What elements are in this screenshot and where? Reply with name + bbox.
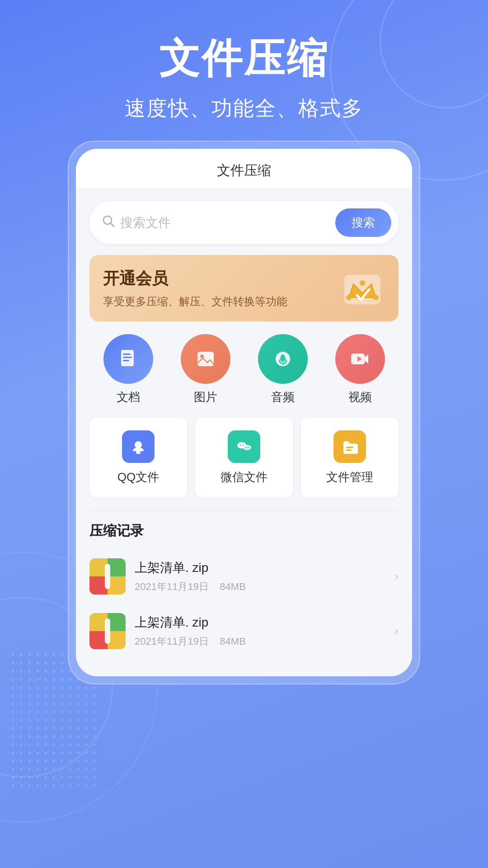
record-name-2: 上架清单. zip [135,614,394,631]
app-header-title: 文件压缩 [217,163,271,178]
search-placeholder-text: 搜索文件 [120,214,335,231]
category-icon-audio [258,334,308,384]
svg-point-4 [346,295,352,300]
svg-point-5 [373,295,379,300]
record-size-1: 84MB [220,581,245,592]
category-item-img[interactable]: 图片 [181,334,230,405]
record-size-2: 84MB [220,636,245,647]
page-header: 文件压缩 速度快、功能全、格式多 [0,0,488,141]
zip-icon-1 [89,558,126,594]
svg-line-1 [111,223,114,226]
phone-mockup: 文件压缩 搜索文件 搜索 开通会员 享受更多压缩、解压、文件转换等功能 [68,141,420,684]
svg-point-24 [243,445,251,450]
svg-rect-16 [281,354,285,361]
svg-rect-12 [197,352,214,366]
svg-rect-30 [346,449,352,451]
search-bar[interactable]: 搜索文件 搜索 [89,201,399,244]
svg-rect-11 [130,353,133,355]
app-content: 搜索文件 搜索 开通会员 享受更多压缩、解压、文件转换等功能 [76,189,412,676]
page-subtitle: 速度快、功能全、格式多 [0,94,488,123]
record-date-1: 2021年11月19日 [135,581,209,592]
record-date-2: 2021年11月19日 [135,636,209,647]
category-icon-video [335,334,385,384]
category-item-video[interactable]: 视频 [335,334,385,405]
phone-inner: 文件压缩 搜索文件 搜索 开通会员 享受更多压缩、解压、文件转换等功能 [76,149,412,676]
record-arrow-2: › [394,624,399,638]
records-title: 压缩记录 [89,522,399,540]
zip-zipper [105,618,110,644]
record-arrow-1: › [394,569,399,584]
record-info-2: 上架清单. zip 2021年11月19日 84MB [135,614,394,648]
quick-item-qq[interactable]: QQ文件 [89,418,187,498]
quick-item-files[interactable]: 文件管理 [301,418,399,498]
quick-access-row: QQ文件 微信文件 [89,418,399,498]
category-icon-img [181,334,230,384]
quick-icon-qq [122,430,155,463]
record-meta-2: 2021年11月19日 84MB [135,635,394,648]
svg-point-21 [135,441,142,448]
category-label-video: 视频 [348,389,372,405]
search-icon [102,215,115,231]
quick-item-wechat[interactable]: 微信文件 [195,418,293,498]
svg-point-26 [243,445,244,446]
category-item-audio[interactable]: 音频 [258,334,308,405]
page-title: 文件压缩 [0,36,488,81]
svg-point-6 [360,280,365,286]
zip-zipper [105,564,110,589]
record-info-1: 上架清单. zip 2021年11月19日 84MB [135,559,394,594]
record-meta-1: 2021年11月19日 84MB [135,580,394,594]
svg-point-25 [240,445,241,446]
quick-icon-files [333,430,366,463]
category-row: 文档 图片 [89,334,399,405]
quick-label-files: 文件管理 [326,469,373,485]
svg-point-13 [200,354,204,358]
category-icon-doc [103,334,153,384]
svg-point-27 [245,447,247,448]
record-item[interactable]: 上架清单. zip 2021年11月19日 84MB › [89,549,399,604]
category-label-doc: 文档 [117,389,140,405]
section-divider [89,510,399,511]
svg-rect-10 [123,360,129,361]
quick-label-qq: QQ文件 [117,469,159,485]
svg-marker-19 [365,354,368,363]
category-item-doc[interactable]: 文档 [103,334,153,405]
app-header-bar: 文件压缩 [76,149,412,189]
svg-rect-29 [346,447,353,448]
svg-rect-22 [136,451,141,454]
search-button[interactable]: 搜索 [335,208,391,237]
vip-crown-icon [340,266,385,311]
svg-rect-9 [123,357,132,358]
svg-point-28 [248,447,249,448]
record-name-1: 上架清单. zip [135,559,394,576]
category-label-audio: 音频 [271,389,295,405]
vip-banner[interactable]: 开通会员 享受更多压缩、解压、文件转换等功能 [89,255,399,321]
category-label-img: 图片 [194,389,217,405]
record-item[interactable]: 上架清单. zip 2021年11月19日 84MB › [89,604,399,658]
quick-label-wechat: 微信文件 [221,469,267,485]
quick-icon-wechat [228,430,260,463]
records-section: 压缩记录 上架清单 [89,522,399,658]
zip-icon-2 [89,613,126,649]
